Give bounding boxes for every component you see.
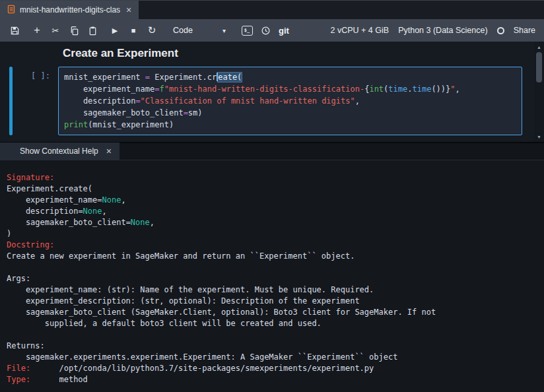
contextual-help-tab[interactable]: Show Contextual Help × <box>0 143 119 160</box>
share-button[interactable]: Share <box>514 26 535 35</box>
markdown-heading: Create an Experiment <box>63 47 544 60</box>
stop-kernel-button[interactable]: ■ <box>124 19 143 42</box>
close-tab-icon[interactable]: × <box>125 5 133 15</box>
notebook-scrollbar[interactable]: ▲ ▼ <box>534 42 544 142</box>
cell-prompt: [ ]: <box>13 67 58 135</box>
cell-type-dropdown[interactable]: Code ▾ <box>170 22 230 38</box>
chevron-down-icon: ▾ <box>222 27 226 34</box>
save-button[interactable] <box>5 19 24 42</box>
contextual-help-content: Signature:Experiment.create( experiment_… <box>0 160 544 385</box>
notebook-tab-label: mnist-handwritten-digits-clas <box>20 5 120 15</box>
notebook-tab[interactable]: mnist-handwritten-digits-clas × <box>0 1 139 19</box>
terminal-icon: $_ <box>242 26 253 36</box>
scroll-up-arrow[interactable]: ▲ <box>534 42 544 51</box>
paste-cells-button[interactable] <box>83 19 102 42</box>
code-editor[interactable]: mnist_experiment = Experiment.create( ex… <box>58 67 522 135</box>
run-cell-button[interactable]: ▶ <box>106 19 124 42</box>
kernel-name-label[interactable]: Python 3 (Data Science) <box>398 26 488 35</box>
document-tabbar: mnist-handwritten-digits-clas × <box>0 1 544 19</box>
code-lines[interactable]: mnist_experiment = Experiment.create( ex… <box>59 67 522 135</box>
contextual-help-tab-label: Show Contextual Help <box>20 147 98 156</box>
open-terminal-button[interactable]: $_ <box>238 19 256 42</box>
toolbar-right: 2 vCPU + 4 GiB Python 3 (Data Science) S… <box>331 26 544 35</box>
cell-type-value: Code <box>173 26 193 35</box>
jupyterlab-window: mnist-handwritten-digits-clas × + ✂ <box>0 0 544 392</box>
plus-icon: + <box>34 24 40 36</box>
notebook-content: Create an Experiment [ ]: mnist_experime… <box>0 42 544 142</box>
checkpoint-button[interactable] <box>256 19 275 42</box>
copy-icon <box>69 26 79 36</box>
scroll-down-arrow[interactable]: ▼ <box>534 132 544 141</box>
cut-cells-button[interactable]: ✂ <box>46 19 65 42</box>
notebook-file-icon <box>7 5 15 16</box>
scrollbar-thumb[interactable] <box>536 52 542 82</box>
copy-cells-button[interactable] <box>65 19 83 42</box>
scissors-icon: ✂ <box>52 26 59 36</box>
restart-kernel-button[interactable]: ↻ <box>143 19 161 42</box>
code-cell: [ ]: mnist_experiment = Experiment.creat… <box>9 67 522 135</box>
git-button[interactable]: git <box>275 19 293 42</box>
kernel-status-icon <box>497 27 504 34</box>
close-panel-icon[interactable]: × <box>105 147 113 156</box>
help-panel-tabbar: Show Contextual Help × <box>0 143 544 160</box>
stop-icon: ■ <box>131 26 136 34</box>
run-icon: ▶ <box>112 26 118 35</box>
paste-icon <box>88 26 98 36</box>
save-icon <box>10 26 20 36</box>
insert-cell-button[interactable]: + <box>28 19 46 42</box>
restart-icon: ↻ <box>148 24 156 36</box>
git-icon: git <box>279 26 289 36</box>
notebook-toolbar: + ✂ ▶ ■ ↻ Code ▾ <box>0 19 544 42</box>
instance-type-label[interactable]: 2 vCPU + 4 GiB <box>331 26 390 35</box>
contextual-help-panel: Show Contextual Help × Signature:Experim… <box>0 142 544 392</box>
clock-icon <box>261 26 271 36</box>
